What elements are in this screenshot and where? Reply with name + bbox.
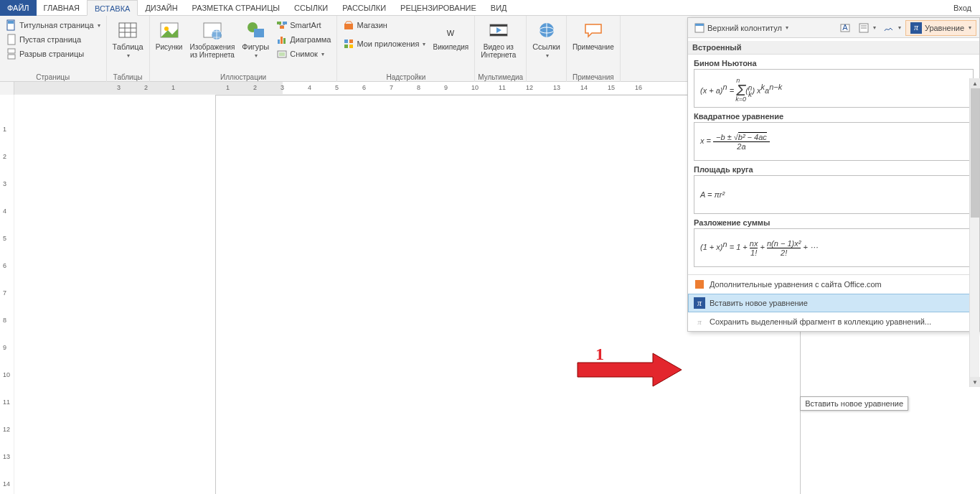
- smartart-label: SmartArt: [290, 21, 321, 29]
- tab-review[interactable]: РЕЦЕНЗИРОВАНИЕ: [393, 0, 484, 16]
- chart-button[interactable]: Диаграмма: [273, 32, 334, 47]
- tab-layout[interactable]: РАЗМЕТКА СТРАНИЦЫ: [185, 0, 287, 16]
- equation-item-expansion[interactable]: (1 + x)n = 1 + nx1! + n(n − 1)x²2! + ⋯: [694, 228, 974, 267]
- equation-button-label: Уравнение: [925, 24, 964, 32]
- shapes-icon: [244, 19, 267, 42]
- svg-rect-5: [119, 23, 136, 37]
- tab-view[interactable]: ВИД: [484, 0, 514, 16]
- ruler-corner: [0, 82, 14, 95]
- screenshot-icon: [276, 48, 288, 60]
- blank-page-icon: [6, 34, 17, 45]
- vertical-ruler[interactable]: 1234567891011121314: [0, 95, 14, 494]
- online-video-button[interactable]: Видео из Интернета: [478, 17, 519, 60]
- dropdown-arrow-icon: ▾: [423, 41, 425, 47]
- more-equations-office-com[interactable]: Дополнительные уравнения с сайта Office.…: [688, 275, 979, 294]
- pictures-icon: [158, 19, 181, 42]
- group-media-label: Мультимедиа: [478, 73, 523, 82]
- header-button[interactable]: Верхний колонтитул▾: [691, 21, 791, 35]
- my-addins-icon: [343, 38, 354, 50]
- cover-page-label: Титульная страница: [19, 21, 94, 29]
- dropdown-arrow-icon: ▾: [546, 52, 549, 59]
- annotation-arrow: 1: [574, 345, 689, 389]
- equation-item-binomial[interactable]: (x + a)n = Σk=0n(nk) xkan−k: [694, 69, 974, 108]
- svg-rect-22: [281, 37, 283, 44]
- scroll-thumb[interactable]: [971, 88, 979, 218]
- svg-text:A: A: [842, 23, 848, 32]
- insert-new-equation-label: Вставить новое уравнение: [710, 299, 808, 307]
- tab-home[interactable]: ГЛАВНАЯ: [37, 0, 87, 16]
- group-addins-label: Надстройки: [340, 73, 471, 82]
- screenshot-label: Снимок: [290, 50, 318, 58]
- online-pictures-button[interactable]: Изображения из Интернета: [187, 17, 237, 60]
- group-illustrations-label: Иллюстрации: [153, 73, 334, 82]
- pictures-button[interactable]: Рисунки: [153, 17, 186, 52]
- sign-in-link[interactable]: Вход: [945, 0, 980, 16]
- tab-references[interactable]: ССЫЛКИ: [287, 0, 335, 16]
- cover-page-button[interactable]: Титульная страница▾: [3, 18, 103, 32]
- textbox-small-button[interactable]: A: [837, 21, 854, 35]
- store-icon: [343, 19, 354, 31]
- video-label: Видео из Интернета: [481, 43, 516, 59]
- quickparts-small-button[interactable]: ▾: [855, 21, 879, 35]
- video-icon: [487, 19, 510, 42]
- group-tables: Таблица▾ Таблицы: [107, 16, 150, 82]
- svg-rect-29: [349, 45, 353, 48]
- links-icon: [535, 19, 558, 42]
- my-addins-button[interactable]: Мои приложения▾: [340, 37, 428, 51]
- screenshot-button[interactable]: Снимок▾: [273, 47, 334, 61]
- svg-point-11: [164, 27, 169, 31]
- svg-rect-45: [695, 280, 704, 289]
- svg-rect-4: [8, 55, 15, 59]
- wikipedia-icon: W: [439, 19, 462, 42]
- table-button[interactable]: Таблица▾: [110, 17, 146, 61]
- page-break-label: Разрыв страницы: [19, 50, 84, 58]
- tab-insert[interactable]: ВСТАВКА: [87, 0, 138, 16]
- dropdown-arrow-icon: ▾: [786, 24, 788, 31]
- links-button[interactable]: Ссылки▾: [529, 17, 563, 61]
- annotation-number: 1: [595, 345, 604, 364]
- comment-button[interactable]: Примечание: [570, 17, 617, 52]
- comment-icon: [582, 19, 605, 42]
- equation-button[interactable]: πУравнение▾: [905, 20, 976, 36]
- group-links: Ссылки▾: [527, 16, 567, 82]
- group-tables-label: Таблицы: [110, 73, 146, 82]
- page-break-button[interactable]: Разрыв страницы: [3, 47, 103, 61]
- signature-small-button[interactable]: ▾: [880, 21, 904, 35]
- equation-item-quadratic[interactable]: x = −b ± √b² − 4ac2a: [694, 122, 974, 161]
- svg-rect-27: [349, 39, 353, 43]
- group-addins: Магазин Мои приложения▾ WВикипедия Надст…: [337, 16, 475, 82]
- scroll-down-icon[interactable]: ▼: [970, 377, 980, 387]
- blank-page-button[interactable]: Пустая страница: [3, 32, 103, 47]
- equation-toolbar-row: Верхний колонтитул▾ A ▾ ▾ πУравнение▾: [688, 18, 979, 38]
- textbox-icon: A: [839, 22, 851, 34]
- wikipedia-label: Википедия: [433, 43, 468, 51]
- tab-mailings[interactable]: РАССЫЛКИ: [335, 0, 393, 16]
- svg-rect-25: [279, 52, 285, 56]
- svg-rect-16: [277, 22, 281, 24]
- dropdown-arrow-icon: ▾: [873, 24, 876, 31]
- store-button[interactable]: Магазин: [340, 18, 428, 32]
- shapes-button[interactable]: Фигуры▾: [239, 17, 272, 61]
- tab-design[interactable]: ДИЗАЙН: [138, 0, 184, 16]
- chart-icon: [276, 34, 288, 45]
- equation-item-circle-area[interactable]: A = πr²: [694, 175, 974, 214]
- svg-rect-34: [490, 34, 507, 36]
- gallery-scrollbar[interactable]: ▲ ▼: [969, 78, 979, 387]
- svg-rect-33: [490, 24, 507, 27]
- smartart-button[interactable]: SmartArt: [273, 18, 334, 32]
- svg-rect-18: [280, 26, 284, 29]
- equation-formula: (x + a)n = Σk=0n(nk) xkan−k: [700, 79, 782, 98]
- tab-file[interactable]: ФАЙЛ: [0, 0, 37, 16]
- header-label: Верхний колонтитул: [707, 24, 782, 32]
- pi-icon: π: [694, 297, 705, 309]
- svg-rect-23: [283, 38, 286, 44]
- group-media: Видео из Интернета Мультимедиа: [475, 16, 527, 82]
- group-comments-label: Примечания: [570, 73, 617, 82]
- save-selection-to-gallery: π Сохранить выделенный фрагмент в коллек…: [688, 312, 979, 331]
- page-break-icon: [6, 48, 17, 60]
- equation-category-binomial: Бином Ньютона: [694, 59, 974, 67]
- svg-line-20: [282, 24, 285, 26]
- wikipedia-button[interactable]: WВикипедия: [430, 17, 471, 52]
- scroll-up-icon[interactable]: ▲: [970, 78, 980, 88]
- insert-new-equation[interactable]: π Вставить новое уравнение: [688, 294, 979, 312]
